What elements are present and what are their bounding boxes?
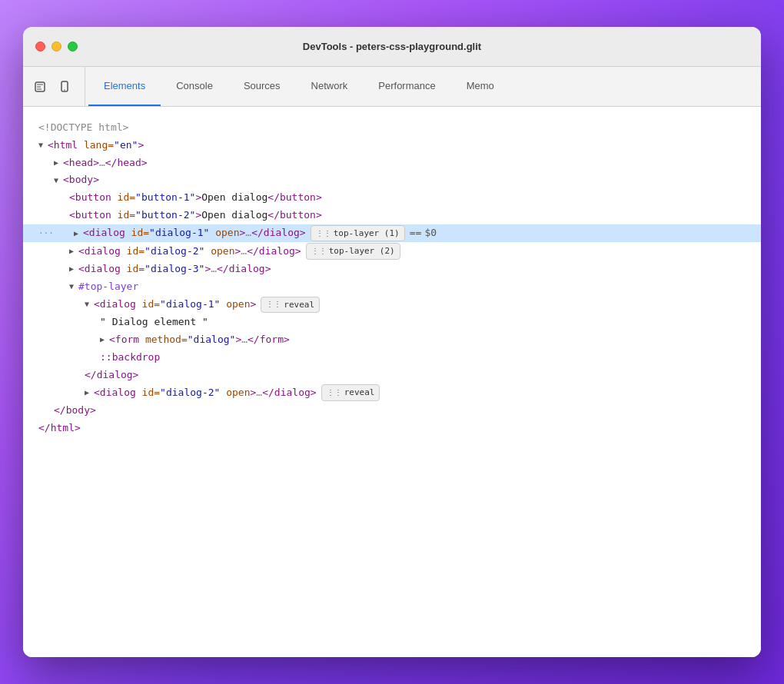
dialog2-inner-triangle[interactable]: ▶: [85, 387, 94, 399]
line-dialog-1-inner: ▼<dialog id="dialog-1" open> ⋮⋮ reveal: [38, 296, 746, 314]
reveal-1-badge[interactable]: ⋮⋮ reveal: [261, 297, 320, 314]
tab-elements[interactable]: Elements: [88, 67, 161, 106]
top-layer-1-badge[interactable]: ⋮⋮ top-layer (1): [311, 225, 405, 242]
elements-panel: <!DOCTYPE html> ▼<html lang="en"> ▶<head…: [23, 107, 761, 657]
dialog1-triangle[interactable]: ▶: [74, 227, 83, 240]
traffic-lights: [35, 42, 78, 51]
toolbar: Elements Console Sources Network Perform…: [23, 67, 761, 107]
tab-network[interactable]: Network: [296, 67, 364, 106]
reveal-2-badge[interactable]: ⋮⋮ reveal: [321, 384, 380, 401]
line-dialog-close: </dialog>: [38, 367, 746, 384]
html-triangle[interactable]: ▼: [38, 139, 48, 151]
top-layer-2-badge[interactable]: ⋮⋮ top-layer (2): [306, 243, 400, 260]
line-form: ▶<form method="dialog">…</form>: [38, 331, 746, 349]
line-body-close: </body>: [38, 402, 746, 420]
device-icon: [58, 81, 71, 93]
line-dots: ···: [38, 227, 54, 241]
line-backdrop: ::backdrop: [38, 349, 746, 367]
line-html-open: ▼<html lang="en">: [38, 137, 746, 154]
maximize-button[interactable]: [68, 42, 78, 51]
titlebar: DevTools - peters-css-playground.glit: [23, 27, 761, 67]
line-body-open: ▼<body>: [38, 171, 746, 189]
toolbar-icons: [29, 67, 85, 106]
device-toggle-button[interactable]: [54, 76, 75, 98]
body-triangle[interactable]: ▼: [54, 174, 63, 187]
dialog3-triangle[interactable]: ▶: [69, 263, 78, 275]
devtools-window: DevTools - peters-css-playground.glit El…: [23, 27, 761, 657]
top-layer-triangle[interactable]: ▼: [69, 281, 78, 293]
dialog1-inner-triangle[interactable]: ▼: [85, 298, 94, 310]
svg-point-2: [64, 89, 65, 91]
head-triangle[interactable]: ▶: [54, 157, 63, 169]
line-dialog-3: ▶<dialog id="dialog-3">…</dialog>: [38, 261, 746, 278]
line-dialog-1[interactable]: ··· ▶<dialog id="dialog-1" open>…</dialo…: [23, 224, 761, 243]
line-dialog-2-inner: ▶<dialog id="dialog-2" open>…</dialog> ⋮…: [38, 384, 746, 402]
tab-console[interactable]: Console: [161, 67, 228, 106]
line-doctype: <!DOCTYPE html>: [38, 119, 746, 137]
line-top-layer: ▼#top-layer: [38, 278, 746, 296]
tab-sources[interactable]: Sources: [228, 67, 296, 106]
line-button-2: <button id="button-2">Open dialog</butto…: [38, 207, 746, 224]
cursor-tool-button[interactable]: [29, 76, 51, 98]
close-button[interactable]: [35, 42, 45, 51]
form-triangle[interactable]: ▶: [100, 334, 109, 346]
doctype-text: <!DOCTYPE html>: [38, 120, 128, 136]
window-title: DevTools - peters-css-playground.glit: [303, 41, 481, 52]
dialog2-triangle[interactable]: ▶: [69, 245, 78, 257]
tab-performance[interactable]: Performance: [363, 67, 450, 106]
line-button-1: <button id="button-1">Open dialog</butto…: [38, 189, 746, 207]
line-html-close: </html>: [38, 420, 746, 437]
cursor-icon: [34, 81, 46, 93]
line-dialog-text: " Dialog element ": [38, 314, 746, 331]
minimize-button[interactable]: [51, 42, 61, 51]
line-dialog-2: ▶<dialog id="dialog-2" open>…</dialog> ⋮…: [38, 242, 746, 261]
line-head: ▶<head>…</head>: [38, 154, 746, 172]
tabs: Elements Console Sources Network Perform…: [88, 67, 755, 106]
tab-memory[interactable]: Memo: [451, 67, 510, 106]
